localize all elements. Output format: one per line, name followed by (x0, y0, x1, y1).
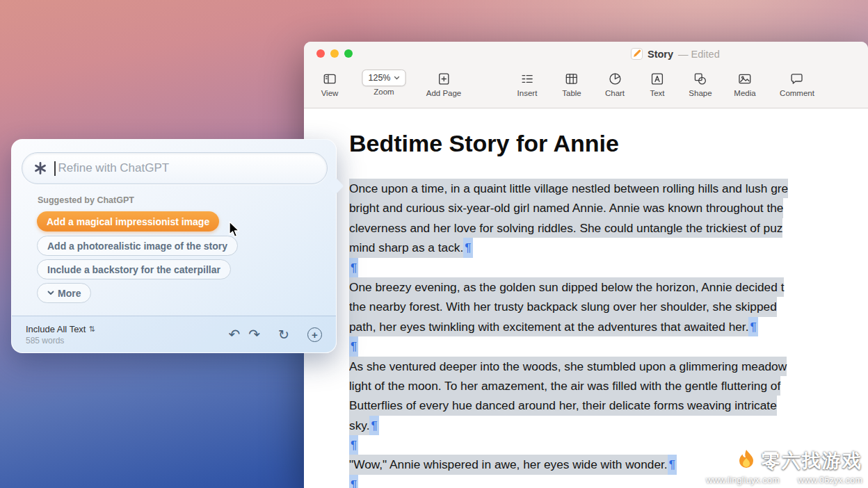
traffic-lights (316, 49, 353, 58)
toolbar-shape-button[interactable]: Shape (689, 70, 712, 97)
add-button[interactable]: + (307, 327, 322, 342)
watermark-url-2: www.06zyx.com (798, 475, 862, 485)
refresh-button[interactable]: ↻ (278, 328, 289, 341)
toolbar-comment-label: Comment (780, 89, 814, 97)
window-chrome: Story — Edited View 125% Zoom (304, 42, 868, 108)
edited-status: — Edited (678, 49, 720, 60)
selected-text: path, her eyes twinkling with excitement… (349, 317, 748, 336)
toolbar-insert-label: Insert (517, 89, 538, 97)
pages-app-icon (631, 48, 643, 60)
toolbar-chart-label: Chart (605, 89, 625, 97)
text-caret (54, 161, 56, 176)
document-body: Once upon a time, in a quaint little vil… (349, 179, 868, 488)
pilcrow-mark: ¶ (349, 336, 358, 356)
selected-text: Once upon a time, in a quaint little vil… (349, 179, 788, 198)
toolbar-chart-button[interactable]: Chart (605, 70, 625, 97)
toolbar-table-button[interactable]: Table (562, 70, 581, 97)
selected-text: One breezy evening, as the golden sun di… (349, 277, 784, 297)
include-all-text-label: Include All Text (26, 324, 86, 334)
panel-footer: Include All Text ⇅ 585 words ↶ ↷ ↻ + (12, 316, 336, 352)
prompt-placeholder: Refine with ChatGPT (58, 161, 170, 175)
selected-text: bright and curious six-year-old girl nam… (349, 198, 783, 218)
word-count: 585 words (26, 336, 95, 345)
toolbar-text-label: Text (650, 89, 664, 97)
flame-logo-icon (735, 448, 757, 473)
document-line: path, her eyes twinkling with excitement… (349, 317, 868, 336)
toolbar-zoom-control[interactable]: 125% Zoom (362, 70, 406, 96)
toolbar-add-page-label: Add Page (426, 89, 462, 97)
view-sidebar-icon (323, 70, 337, 88)
pilcrow-mark: ¶ (349, 475, 358, 488)
selected-text: cleverness and her love for solving ridd… (349, 218, 782, 238)
titlebar[interactable]: Story — Edited (304, 42, 868, 65)
toolbar-view-label: View (321, 89, 339, 97)
table-icon (565, 70, 579, 88)
watermark-title: 零六找游戏 (762, 448, 862, 473)
toolbar-insert-button[interactable]: Insert (517, 70, 538, 97)
add-page-icon (436, 70, 451, 88)
document-line: One breezy evening, as the golden sun di… (349, 277, 868, 297)
selected-text: sky. (349, 416, 369, 435)
document-line: mind sharp as a tack.¶ (349, 238, 868, 257)
zoom-value: 125% (369, 73, 391, 83)
document-line: the nearby forest. With her trusty backp… (349, 297, 868, 316)
pilcrow-mark: ¶ (668, 455, 677, 474)
panel-actions: ↶ ↷ ↻ + (229, 327, 322, 342)
chatgpt-refine-panel: Refine with ChatGPT Suggested by ChatGPT… (11, 139, 337, 353)
selected-text: Butterflies of every hue danced around h… (349, 396, 777, 415)
chatgpt-prompt-input[interactable]: Refine with ChatGPT (22, 152, 328, 184)
plus-icon: + (312, 330, 318, 340)
text-icon (650, 70, 665, 88)
pages-window: Story — Edited View 125% Zoom (304, 42, 868, 488)
include-all-text-toggle[interactable]: Include All Text ⇅ (26, 324, 95, 334)
toolbar-media-label: Media (734, 89, 755, 97)
include-text-group: Include All Text ⇅ 585 words (26, 324, 95, 345)
document-line: Once upon a time, in a quaint little vil… (349, 179, 868, 198)
toolbar-table-label: Table (562, 89, 581, 97)
redo-button[interactable]: ↷ (248, 327, 260, 341)
toolbar-add-page-button[interactable]: Add Page (426, 70, 462, 97)
pilcrow-mark: ¶ (349, 435, 358, 455)
close-button[interactable] (316, 49, 325, 58)
selected-text: "Wow," Annie whispered in awe, her eyes … (349, 455, 668, 474)
document-line: bright and curious six-year-old girl nam… (349, 198, 868, 218)
chevron-down-icon (394, 76, 399, 80)
more-suggestions-button[interactable]: More (37, 283, 91, 303)
suggestion-pill-magical-image[interactable]: Add a magical impressionist image (37, 211, 219, 231)
suggestion-pill-photorealistic-image[interactable]: Add a photorealistic image of the story (37, 236, 238, 256)
insert-icon (520, 70, 534, 88)
zoom-dropdown[interactable]: 125% (362, 70, 406, 86)
toolbar-shape-label: Shape (689, 89, 712, 97)
media-icon (737, 70, 752, 88)
minimize-button[interactable] (330, 49, 339, 58)
window-title: Story — Edited (631, 48, 720, 60)
document-canvas[interactable]: Bedtime Story for Annie Once upon a time… (304, 108, 868, 488)
fullscreen-button[interactable] (344, 49, 353, 58)
toggle-arrows-icon: ⇅ (88, 325, 95, 334)
undo-button[interactable]: ↶ (229, 327, 241, 341)
watermark: 零六找游戏 www.lingliuyx.com www.06zyx.com (706, 448, 862, 485)
toolbar-comment-button[interactable]: Comment (780, 70, 814, 97)
chevron-down-icon (47, 291, 54, 295)
document-line: ¶ (349, 258, 868, 277)
pilcrow-mark: ¶ (369, 416, 378, 435)
comment-icon (789, 70, 804, 88)
more-label: More (58, 288, 81, 299)
document-line: sky.¶ (349, 416, 868, 435)
toolbar-view-button[interactable]: View (321, 70, 339, 97)
suggested-by-label: Suggested by ChatGPT (38, 195, 134, 205)
document-line: cleverness and her love for solving ridd… (349, 218, 868, 238)
suggestion-pill-backstory[interactable]: Include a backstory for the caterpillar (37, 259, 231, 279)
selected-text: the nearby forest. With her trusty backp… (349, 297, 777, 316)
selected-text: As she ventured deeper into the woods, s… (349, 357, 787, 376)
toolbar-media-button[interactable]: Media (734, 70, 755, 97)
document-line: ¶ (349, 336, 868, 356)
toolbar-text-button[interactable]: Text (650, 70, 664, 97)
watermark-url-1: www.lingliuyx.com (706, 475, 779, 485)
pilcrow-mark: ¶ (463, 238, 472, 257)
chart-icon (608, 70, 622, 88)
document-line: As she ventured deeper into the woods, s… (349, 357, 868, 376)
toolbar-zoom-label: Zoom (373, 88, 394, 96)
toolbar: View 125% Zoom Add Page (304, 65, 868, 108)
chatgpt-logo-icon (33, 161, 48, 176)
